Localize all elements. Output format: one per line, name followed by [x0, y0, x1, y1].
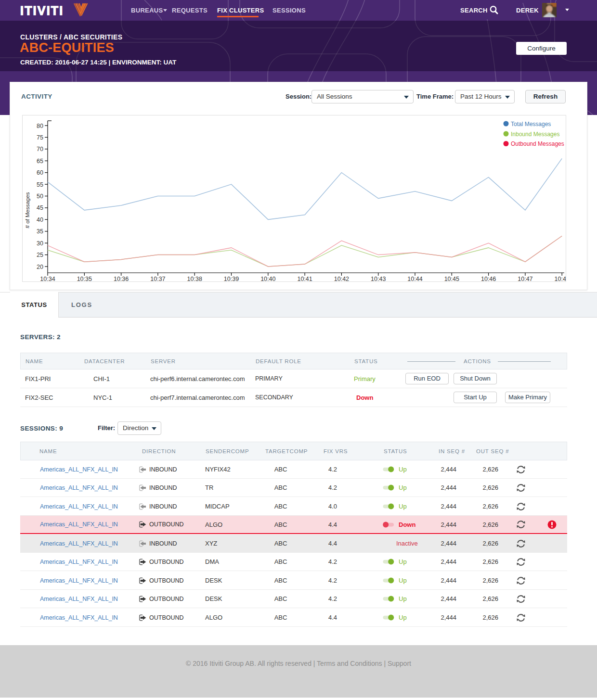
svg-text:10:45: 10:45: [444, 276, 459, 282]
svg-text:10:36: 10:36: [114, 276, 129, 282]
svg-text:45: 45: [37, 204, 43, 211]
svg-text:10:48: 10:48: [555, 276, 566, 282]
svg-text:60: 60: [37, 169, 43, 176]
svg-text:55: 55: [37, 181, 43, 188]
svg-text:10:34: 10:34: [40, 276, 55, 282]
svg-text:Total Messages: Total Messages: [511, 121, 551, 127]
svg-text:10:46: 10:46: [481, 276, 496, 282]
svg-text:50: 50: [37, 193, 43, 200]
svg-text:40: 40: [37, 216, 43, 223]
svg-text:10:35: 10:35: [77, 276, 92, 282]
svg-text:# of Messages: # of Messages: [25, 192, 30, 228]
svg-text:80: 80: [37, 123, 43, 129]
svg-text:Outbound Messages: Outbound Messages: [511, 140, 564, 147]
svg-text:30: 30: [37, 240, 43, 247]
svg-text:10:44: 10:44: [407, 276, 422, 282]
svg-text:65: 65: [37, 158, 43, 165]
svg-text:10:37: 10:37: [150, 276, 165, 282]
svg-text:10:42: 10:42: [334, 276, 349, 282]
svg-text:10:38: 10:38: [187, 276, 202, 282]
svg-text:20: 20: [37, 264, 43, 270]
svg-text:10:39: 10:39: [224, 276, 239, 282]
svg-text:10:47: 10:47: [518, 276, 532, 282]
svg-text:10:41: 10:41: [297, 276, 312, 282]
svg-text:35: 35: [37, 228, 43, 235]
svg-text:10:40: 10:40: [260, 276, 275, 282]
svg-text:75: 75: [37, 134, 43, 141]
svg-text:Inbound Messages: Inbound Messages: [511, 131, 559, 138]
svg-text:70: 70: [37, 146, 43, 153]
svg-text:10:43: 10:43: [371, 276, 386, 282]
svg-text:25: 25: [37, 252, 43, 258]
